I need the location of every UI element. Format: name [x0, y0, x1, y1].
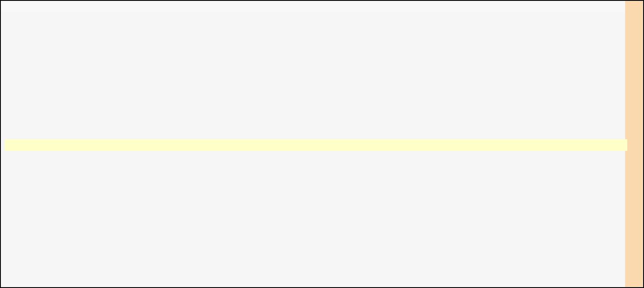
app-window [0, 0, 644, 288]
polarization-label-lcp [0, 151, 8, 279]
polarization-label-rcp [0, 12, 8, 139]
time-axis-strip [5, 139, 627, 151]
frequency-scale-strip [625, 1, 643, 287]
title-bar [1, 1, 625, 12]
spectrogram-lcp-canvas [9, 151, 626, 279]
spectrogram-rcp-canvas [9, 12, 626, 139]
